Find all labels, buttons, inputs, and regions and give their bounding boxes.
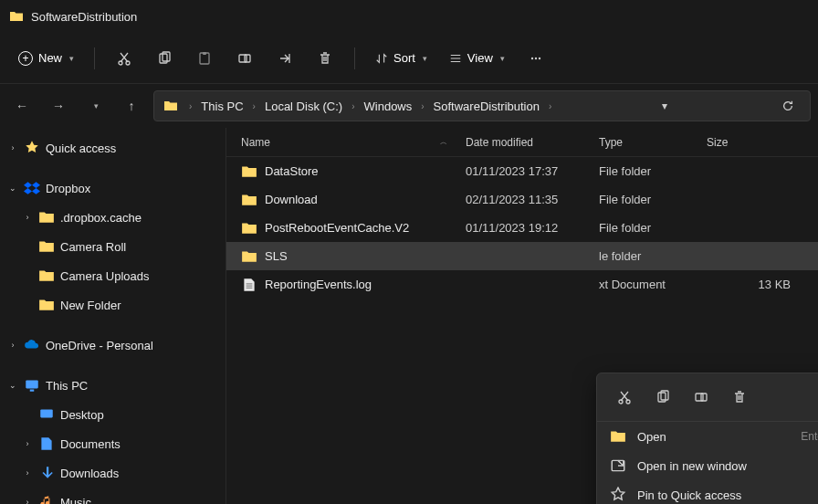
- file-icon: [241, 277, 257, 293]
- file-type: xt Document: [599, 278, 707, 291]
- column-type[interactable]: Type: [599, 136, 707, 149]
- music-icon: [38, 494, 55, 504]
- sort-label: Sort: [393, 51, 415, 65]
- sidebar-item-dropbox[interactable]: ⌄ Dropbox: [0, 173, 225, 203]
- chevron-right-icon: ›: [547, 101, 553, 111]
- svg-rect-5: [203, 52, 206, 55]
- view-label: View: [467, 51, 493, 65]
- paste-button[interactable]: [186, 40, 223, 77]
- svg-rect-6: [239, 55, 246, 62]
- file-name: DataStore: [265, 164, 466, 178]
- share-button[interactable]: [267, 40, 303, 77]
- sidebar-item-camera-uploads[interactable]: Camera Uploads: [0, 261, 225, 290]
- file-date: 01/11/2023 19:12: [466, 221, 599, 235]
- view-button[interactable]: View ▾: [440, 46, 514, 70]
- context-menu-toolbar: [597, 373, 818, 422]
- column-headers: Name︿ Date modified Type Size: [226, 128, 818, 157]
- rename-button[interactable]: [687, 383, 716, 412]
- folder-icon: [163, 99, 178, 113]
- sidebar-item-new-folder[interactable]: New Folder: [0, 290, 225, 320]
- new-label: New: [38, 51, 62, 65]
- cloud-icon: [24, 337, 40, 353]
- svg-point-0: [119, 61, 122, 65]
- context-open-new-window[interactable]: Open in new window: [597, 451, 818, 480]
- sidebar-item-dropbox-cache[interactable]: › .dropbox.cache: [0, 203, 225, 232]
- sidebar-item-quick-access[interactable]: › Quick access: [0, 133, 225, 163]
- address-dropdown[interactable]: ▾: [652, 93, 677, 119]
- sidebar-item-desktop[interactable]: Desktop: [0, 400, 225, 429]
- delete-button[interactable]: [725, 383, 754, 412]
- file-date: 01/11/2023 17:37: [466, 164, 599, 178]
- column-size[interactable]: Size: [707, 136, 818, 149]
- table-row[interactable]: DataStore01/11/2023 17:37File folder: [226, 157, 818, 185]
- sidebar-item-documents[interactable]: › Documents: [0, 429, 225, 458]
- context-pin-quick-access[interactable]: Pin to Quick access: [597, 480, 818, 504]
- chevron-right-icon: ›: [7, 143, 18, 152]
- column-date[interactable]: Date modified: [466, 136, 599, 149]
- svg-point-10: [539, 57, 540, 58]
- recent-button[interactable]: ▾: [80, 91, 110, 121]
- copy-button[interactable]: [146, 40, 183, 77]
- context-open[interactable]: Open Enter: [597, 422, 818, 451]
- sidebar-item-downloads[interactable]: › Downloads: [0, 458, 225, 488]
- address-bar[interactable]: › This PC › Local Disk (C:) › Windows › …: [153, 90, 811, 121]
- breadcrumb-drive[interactable]: Local Disk (C:): [261, 98, 346, 115]
- table-row[interactable]: PostRebootEventCache.V201/11/2023 19:12F…: [226, 214, 818, 242]
- folder-icon: [241, 220, 257, 236]
- sidebar-item-music[interactable]: › Music: [0, 488, 225, 504]
- table-row[interactable]: ReportingEvents.logxt Document13 KB: [226, 270, 818, 299]
- back-button[interactable]: ←: [7, 91, 37, 121]
- new-window-icon: [610, 457, 626, 474]
- svg-rect-12: [30, 390, 35, 392]
- sidebar-item-this-pc[interactable]: ⌄ This PC: [0, 371, 225, 400]
- svg-rect-13: [40, 409, 53, 417]
- context-menu: Open Enter Open in new window Pin to Qui…: [596, 373, 818, 504]
- toolbar: + New ▾ Sort ▾ View ▾: [0, 33, 818, 84]
- sidebar: › Quick access ⌄ Dropbox › .dropbox.cach…: [0, 128, 226, 504]
- chevron-down-icon: ⌄: [7, 381, 18, 390]
- chevron-down-icon: ▾: [69, 54, 74, 63]
- breadcrumb-current[interactable]: SoftwareDistribution: [430, 98, 543, 115]
- separator: [94, 47, 95, 69]
- chevron-down-icon: ⌄: [7, 184, 18, 193]
- column-name[interactable]: Name︿: [241, 136, 466, 149]
- window-title: SoftwareDistribution: [31, 10, 137, 24]
- chevron-down-icon: ▾: [500, 54, 505, 63]
- copy-button[interactable]: [648, 383, 677, 412]
- new-button[interactable]: + New ▾: [9, 46, 83, 71]
- sidebar-item-camera-roll[interactable]: Camera Roll: [0, 232, 225, 261]
- rename-button[interactable]: [226, 40, 263, 77]
- up-button[interactable]: ↑: [117, 91, 146, 121]
- sort-button[interactable]: Sort ▾: [366, 46, 436, 70]
- cut-button[interactable]: [610, 383, 639, 412]
- refresh-button[interactable]: [775, 93, 801, 119]
- chevron-right-icon: ›: [22, 439, 33, 448]
- folder-open-icon: [610, 428, 626, 445]
- folder-icon: [241, 248, 257, 265]
- more-button[interactable]: [518, 40, 554, 77]
- table-row[interactable]: Download02/11/2023 11:35File folder: [226, 185, 818, 214]
- chevron-right-icon: ›: [350, 101, 356, 111]
- folder-icon: [38, 268, 55, 284]
- breadcrumb-this-pc[interactable]: This PC: [197, 98, 246, 115]
- separator: [354, 47, 355, 69]
- svg-point-15: [626, 400, 630, 404]
- forward-button[interactable]: →: [44, 91, 73, 121]
- folder-icon: [241, 192, 257, 208]
- table-row[interactable]: SLSle folder: [226, 242, 818, 270]
- chevron-right-icon: ›: [419, 101, 425, 111]
- delete-button[interactable]: [307, 40, 343, 77]
- file-type: File folder: [599, 221, 707, 235]
- svg-rect-18: [696, 394, 703, 401]
- file-name: SLS: [265, 249, 466, 263]
- sidebar-item-onedrive[interactable]: › OneDrive - Personal: [0, 331, 225, 360]
- dropbox-icon: [24, 180, 40, 196]
- plus-icon: +: [18, 51, 33, 66]
- cut-button[interactable]: [106, 40, 142, 77]
- svg-point-1: [126, 61, 130, 65]
- folder-icon: [38, 209, 55, 226]
- chevron-right-icon: ›: [22, 468, 33, 478]
- nav-bar: ← → ▾ ↑ › This PC › Local Disk (C:) › Wi…: [0, 84, 818, 128]
- svg-point-9: [535, 57, 537, 58]
- breadcrumb-windows[interactable]: Windows: [361, 98, 416, 115]
